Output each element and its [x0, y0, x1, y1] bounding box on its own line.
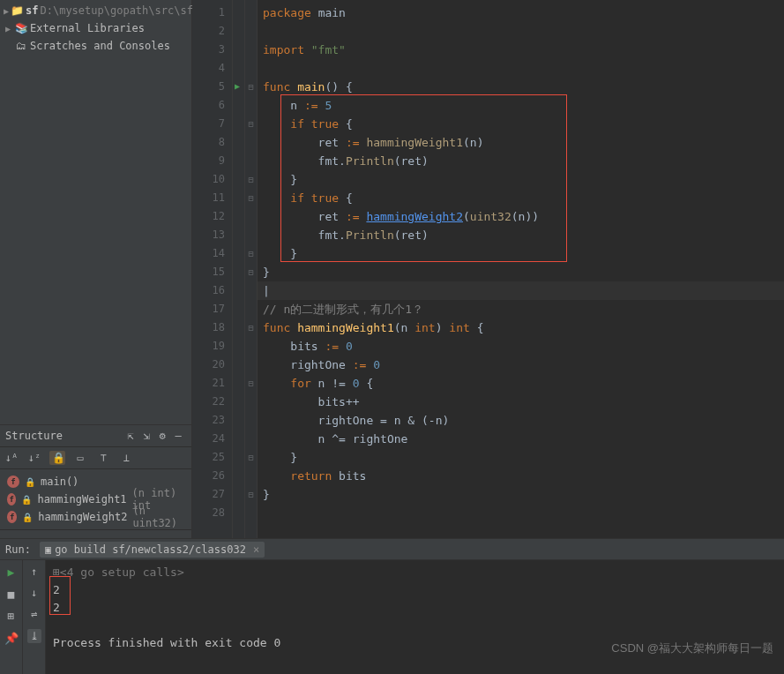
code-line[interactable]: if true {: [258, 115, 784, 133]
console-output[interactable]: ⊞<4 go setup calls> 2 2 Process finished…: [46, 560, 784, 674]
code-area[interactable]: package mainimport "fmt"func main() { n …: [258, 0, 784, 538]
fold-icon[interactable]: ⊟: [245, 374, 257, 393]
fold-icon: [245, 133, 257, 152]
code-line[interactable]: n ^= rightOne: [258, 430, 784, 448]
lock-icon[interactable]: 🔒: [49, 451, 65, 465]
run-tab[interactable]: ▣ go build sf/newclass2/class032 ×: [40, 542, 265, 558]
minimize-icon[interactable]: —: [170, 430, 186, 442]
structure-toolbar: ↓ᴬ ↓ᶻ 🔒 ▭ ⊤ ⊥: [0, 446, 191, 469]
code-line[interactable]: import "fmt": [258, 41, 784, 59]
project-root-row[interactable]: ▶ 📁 sf D:\mysetup\gopath\src\sf: [0, 2, 191, 19]
code-line[interactable]: rightOne := 0: [258, 356, 784, 374]
layout-icon[interactable]: ⊤: [95, 452, 111, 464]
line-number: 17: [192, 300, 232, 318]
code-line[interactable]: for n != 0 {: [258, 374, 784, 393]
code-line[interactable]: fmt.Println(ret): [258, 152, 784, 170]
lock-icon: 🔒: [22, 513, 33, 522]
up-icon[interactable]: ↑: [31, 565, 37, 578]
wrap-icon[interactable]: ⇌: [31, 608, 37, 620]
line-number: 16: [192, 281, 232, 300]
code-line[interactable]: // n的二进制形式，有几个1？: [258, 300, 784, 318]
line-number: 24: [192, 430, 232, 448]
code-line[interactable]: ret := hammingWeight1(n): [258, 133, 784, 152]
sort-alpha-down-icon[interactable]: ↓ᴬ: [4, 452, 19, 464]
code-line[interactable]: }: [258, 244, 784, 263]
code-line[interactable]: [258, 22, 784, 41]
console-line: 2: [53, 599, 777, 617]
fold-icon: [245, 41, 257, 59]
code-line[interactable]: [258, 504, 784, 522]
structure-item-name: hammingWeight1: [37, 493, 126, 506]
run-toolbar-mid: ↑ ↓ ⇌ ⤓: [23, 560, 46, 674]
fold-icon: [245, 22, 257, 41]
code-line[interactable]: |: [258, 281, 784, 300]
structure-panel: Structure ⇱ ⇲ ⚙ — ↓ᴬ ↓ᶻ 🔒 ▭ ⊤ ⊥ f 🔒 main…: [0, 424, 191, 538]
expand-icon[interactable]: ▶: [4, 6, 9, 16]
fold-icon[interactable]: ⊟: [245, 170, 257, 189]
sort-alpha-up-icon[interactable]: ↓ᶻ: [26, 452, 42, 464]
code-line[interactable]: if true {: [258, 189, 784, 207]
line-number: 18: [192, 318, 232, 337]
layout-icon[interactable]: ⊞: [8, 610, 15, 623]
line-number-gutter: 1234567891011121314151617181920212223242…: [192, 0, 233, 538]
code-line[interactable]: [258, 59, 784, 78]
fold-icon: [245, 4, 257, 22]
line-number: 4: [192, 59, 232, 78]
expand-all-icon[interactable]: ⇱: [123, 430, 138, 442]
line-number: 19: [192, 337, 232, 356]
code-line[interactable]: package main: [258, 4, 784, 22]
code-line[interactable]: }: [258, 170, 784, 189]
fold-icon: [245, 96, 257, 115]
fold-icon[interactable]: ⊟: [245, 189, 257, 207]
run-tab-label: go build sf/newclass2/class032: [55, 543, 246, 556]
collapse-all-icon[interactable]: ⇲: [138, 430, 154, 442]
fold-icon[interactable]: ⊟: [245, 485, 257, 504]
code-line[interactable]: func hammingWeight1(n int) int {: [258, 318, 784, 337]
code-line[interactable]: func main() {: [258, 78, 784, 96]
fold-icon[interactable]: ⊟: [245, 448, 257, 467]
code-line[interactable]: ret := hammingWeight2(uint32(n)): [258, 207, 784, 226]
stop-icon[interactable]: ■: [8, 588, 15, 601]
pin-icon[interactable]: 📌: [4, 632, 19, 645]
code-line[interactable]: bits++: [258, 393, 784, 411]
code-editor[interactable]: 1234567891011121314151617181920212223242…: [192, 0, 784, 538]
fold-icon: [245, 467, 257, 485]
fold-icon[interactable]: ⊟: [245, 263, 257, 281]
layout2-icon[interactable]: ⊥: [118, 452, 134, 464]
code-line[interactable]: }: [258, 263, 784, 281]
code-line[interactable]: rightOne = n & (-n): [258, 411, 784, 430]
down-icon[interactable]: ↓: [31, 587, 37, 599]
close-icon[interactable]: ×: [253, 543, 259, 556]
line-number: 22: [192, 393, 232, 411]
structure-scrollbar[interactable]: [0, 529, 191, 538]
fold-icon: [245, 393, 257, 411]
scratches-row[interactable]: 🗂 Scratches and Consoles: [0, 37, 191, 55]
fold-icon[interactable]: ⊟: [245, 244, 257, 263]
console-line: [53, 617, 777, 634]
run-panel: Run: ▣ go build sf/newclass2/class032 × …: [0, 538, 784, 674]
line-number: 2: [192, 22, 232, 41]
project-tree: ▶ 📁 sf D:\mysetup\gopath\src\sf ▶ 📚 Exte…: [0, 0, 191, 56]
code-line[interactable]: bits := 0: [258, 337, 784, 356]
code-line[interactable]: n := 5: [258, 96, 784, 115]
run-gutter-icon[interactable]: ▶: [235, 81, 240, 91]
fold-icon[interactable]: ⊟: [245, 318, 257, 337]
fold-icon[interactable]: ⊟: [245, 78, 257, 96]
code-line[interactable]: }: [258, 485, 784, 504]
structure-item[interactable]: f 🔒 hammingWeight2 (n uint32): [7, 508, 184, 526]
code-line[interactable]: return bits: [258, 467, 784, 485]
folder-icon[interactable]: ▭: [72, 452, 88, 464]
gear-icon[interactable]: ⚙: [154, 430, 170, 442]
code-line[interactable]: }: [258, 448, 784, 467]
folder-icon: 📁: [11, 4, 24, 17]
fold-icon[interactable]: ⊟: [245, 115, 257, 133]
expand-icon[interactable]: ▶: [4, 24, 12, 34]
run-icon[interactable]: ▶: [8, 565, 15, 579]
line-number: 9: [192, 152, 232, 170]
sidebar: ▶ 📁 sf D:\mysetup\gopath\src\sf ▶ 📚 Exte…: [0, 0, 192, 538]
scroll-icon[interactable]: ⤓: [27, 629, 41, 643]
structure-item-name: hammingWeight2: [38, 511, 127, 523]
code-line[interactable]: fmt.Println(ret): [258, 226, 784, 244]
external-libraries-row[interactable]: ▶ 📚 External Libraries: [0, 19, 191, 37]
fold-icon: [245, 152, 257, 170]
